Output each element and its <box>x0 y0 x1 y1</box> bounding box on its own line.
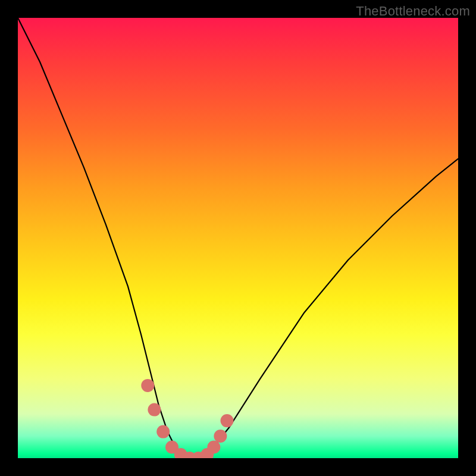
highlight-marker <box>148 403 161 416</box>
highlight-marker <box>214 430 227 443</box>
highlight-marker <box>156 425 170 439</box>
highlight-marker <box>141 379 154 392</box>
bottleneck-curve-svg <box>18 18 458 458</box>
watermark-text: TheBottleneck.com <box>356 4 470 19</box>
chart-plot-area <box>18 18 458 458</box>
highlight-marker <box>221 414 234 427</box>
bottleneck-curve-path <box>18 18 458 458</box>
highlight-marker <box>207 441 220 454</box>
